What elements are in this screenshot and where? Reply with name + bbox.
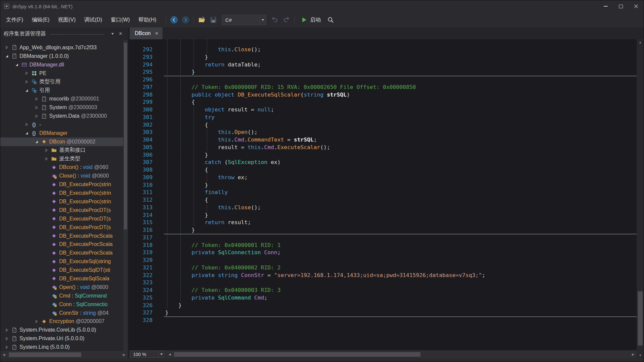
tree-item[interactable]: DB_ExecuteProcDT(s <box>0 206 123 215</box>
menu-view[interactable]: 视图(V) <box>54 14 80 26</box>
tree-item[interactable]: DBManager.dll <box>0 60 123 69</box>
tree-item[interactable]: DB_ExecuteProcScala <box>0 249 123 257</box>
code-line[interactable]: 316 } <box>129 226 637 234</box>
code-line[interactable]: 297 // Token: 0x0600000F RID: 15 RVA: 0x… <box>129 84 637 91</box>
collapse-icon[interactable] <box>33 140 40 143</box>
tree-item[interactable]: System.Data @2300000 <box>0 112 123 120</box>
code-line[interactable]: 295 } <box>129 68 637 76</box>
tree-item[interactable]: 派生类型 <box>0 155 123 163</box>
expand-icon[interactable] <box>23 123 30 126</box>
code-line[interactable]: 312 { <box>129 196 637 204</box>
redo-button[interactable] <box>281 15 291 25</box>
tree-item[interactable]: {}- <box>0 120 123 129</box>
code-line[interactable]: 323 <box>129 279 637 287</box>
code-line[interactable]: 319 private SqlConnection Conn; <box>129 249 637 257</box>
tree-item[interactable]: DB_ExecuteProc(strin <box>0 197 123 206</box>
tree-item[interactable]: DB_ExecuteProc(strin <box>0 180 123 189</box>
code-editor[interactable]: 292 this.Close();293 }294 return dataTab… <box>129 39 637 350</box>
zoom-select[interactable]: 100 % <box>130 351 164 358</box>
explorer-hscrollbar[interactable]: ◀ ▶ <box>0 351 128 358</box>
tree-item[interactable]: App_Web_dllogin.aspx.7d7c2f33 <box>0 43 123 52</box>
tree-item[interactable]: 基类和接口 <box>0 146 123 155</box>
tree-item[interactable]: DBManager (1.0.0.0) <box>0 52 123 60</box>
collapse-icon[interactable] <box>23 131 30 135</box>
code-line[interactable]: 293 } <box>129 54 637 61</box>
scrollbar-thumb[interactable] <box>174 352 420 357</box>
tree-item[interactable]: Cmd : SqlCommand <box>0 292 123 300</box>
scrollbar-track[interactable] <box>173 351 629 358</box>
undo-button[interactable] <box>270 15 280 25</box>
chevron-down-icon[interactable] <box>259 15 266 24</box>
code-line[interactable]: 314 } <box>129 212 637 219</box>
search-button[interactable] <box>326 15 336 25</box>
minimize-button[interactable] <box>598 0 613 12</box>
tree-item[interactable]: DBcon @02000002 <box>0 138 123 146</box>
scrollbar-thumb[interactable] <box>124 43 127 229</box>
tree-item[interactable]: mscorlib @23000001 <box>0 95 123 103</box>
language-select[interactable]: C# <box>222 15 266 25</box>
code-line[interactable]: 299 { <box>129 99 637 106</box>
code-line[interactable]: 308 { <box>129 166 637 174</box>
tree-item[interactable]: DB_ExecuteProcDT(s <box>0 215 123 223</box>
tree-item[interactable]: DB_ExecuteProc(strin <box>0 189 123 197</box>
open-file-button[interactable] <box>197 15 207 25</box>
close-button[interactable] <box>628 0 644 12</box>
code-line[interactable]: 309 throw ex; <box>129 174 637 181</box>
code-line[interactable]: 305 result = this.Cmd.ExecuteScalar(); <box>129 144 637 151</box>
tree-item[interactable]: DB_ExecuteProcDT(s <box>0 223 123 232</box>
navigate-forward-button[interactable] <box>181 15 191 25</box>
maximize-button[interactable] <box>613 0 628 12</box>
editor-vscrollbar[interactable]: ▲ ▼ <box>637 39 644 358</box>
tree-item[interactable]: {}DBManager <box>0 129 123 138</box>
code-line[interactable]: 307 catch (SqlException ex) <box>129 159 637 166</box>
code-line[interactable]: 292 this.Close(); <box>129 46 637 54</box>
tree-item[interactable]: ConnStr : string @04 <box>0 309 123 317</box>
menu-window[interactable]: 窗口(W) <box>106 14 134 26</box>
code-line[interactable]: 327} <box>129 309 637 317</box>
code-line[interactable]: 294 return dataTable; <box>129 61 637 69</box>
scroll-left-icon[interactable]: ◀ <box>166 351 173 358</box>
panel-position-button[interactable] <box>109 30 117 38</box>
expand-icon[interactable] <box>33 320 40 323</box>
code-line[interactable]: 328 <box>129 317 637 324</box>
tree-item[interactable]: Conn : SqlConnectio <box>0 300 123 309</box>
menu-help[interactable]: 帮助(H) <box>134 14 161 26</box>
tree-item[interactable]: DB_ExecuteSqlScala <box>0 274 123 283</box>
tree-item[interactable]: 引用 <box>0 86 123 95</box>
tree-item[interactable]: DB_ExecuteProcScala <box>0 240 123 249</box>
collapse-icon[interactable] <box>23 89 30 92</box>
code-line[interactable]: 326 } <box>129 302 637 309</box>
expand-icon[interactable] <box>3 328 10 332</box>
tree-item[interactable]: System.Private.Uri (5.0.0.0) <box>0 334 123 343</box>
tree-item[interactable]: System.Private.CoreLib (5.0.0.0) <box>0 326 123 334</box>
start-debug-button[interactable]: 启动 <box>298 15 324 25</box>
expand-icon[interactable] <box>33 97 40 101</box>
menu-edit[interactable]: 编辑(E) <box>27 14 54 26</box>
code-line[interactable]: 318 // Token: 0x04000001 RID: 1 <box>129 242 637 249</box>
code-content[interactable]: 292 this.Close();293 }294 return dataTab… <box>129 39 637 350</box>
editor-hscrollbar[interactable]: ◀ ▶ <box>166 351 637 358</box>
tab-close-icon[interactable]: × <box>155 30 159 36</box>
code-line[interactable]: 302 { <box>129 121 637 129</box>
tree-item[interactable]: System.Linq (5.0.0.0) <box>0 343 123 351</box>
tree-item[interactable]: DB_ExecuteSql(string <box>0 257 123 266</box>
expand-icon[interactable] <box>23 80 30 84</box>
collapse-icon[interactable] <box>13 63 20 66</box>
code-line[interactable]: 298 public object DB_ExecuteSqlScalar(st… <box>129 91 637 99</box>
tree-item[interactable]: Close() : void @0600 <box>0 172 123 180</box>
explorer-vscrollbar[interactable] <box>123 40 128 351</box>
scroll-up-icon[interactable]: ▲ <box>637 39 644 45</box>
chevron-down-icon[interactable] <box>158 351 164 357</box>
expand-icon[interactable] <box>3 345 10 349</box>
panel-close-button[interactable]: × <box>117 30 125 38</box>
scrollbar-thumb[interactable] <box>638 291 643 345</box>
code-line[interactable]: 317 <box>129 234 637 242</box>
expand-icon[interactable] <box>43 157 50 161</box>
code-line[interactable]: 311 finally <box>129 189 637 196</box>
code-line[interactable]: 300 object result = null; <box>129 106 637 114</box>
expand-icon[interactable] <box>33 106 40 109</box>
scroll-right-icon[interactable]: ▶ <box>629 351 637 358</box>
code-line[interactable]: 313 this.Close(); <box>129 204 637 212</box>
code-line[interactable]: 315 return result; <box>129 219 637 226</box>
scroll-down-icon[interactable]: ▼ <box>637 352 644 358</box>
